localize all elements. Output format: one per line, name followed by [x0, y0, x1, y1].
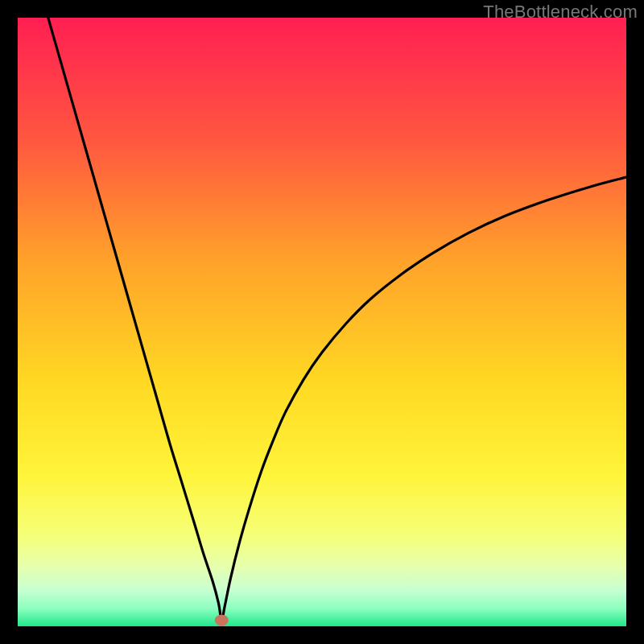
min-marker [215, 614, 229, 625]
chart-background [18, 18, 626, 626]
bottleneck-chart [18, 18, 626, 626]
chart-frame [18, 18, 626, 626]
watermark-text: TheBottleneck.com [483, 2, 638, 23]
